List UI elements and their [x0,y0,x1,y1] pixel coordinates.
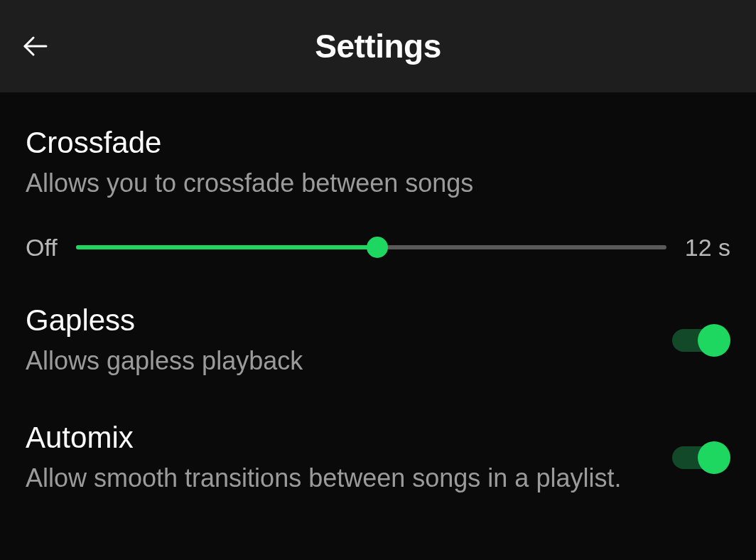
setting-gapless: Gapless Allows gapless playback [26,303,730,379]
gapless-description: Allows gapless playback [26,344,655,379]
header-bar: Settings [0,0,756,92]
page-title: Settings [0,27,756,65]
setting-automix: Automix Allow smooth transitions between… [26,420,730,496]
toggle-knob [698,441,730,474]
crossfade-slider-row: Off 12 s [26,234,730,262]
gapless-toggle[interactable] [672,324,730,357]
automix-toggle[interactable] [672,441,730,474]
crossfade-slider-thumb[interactable] [367,237,388,258]
toggle-knob [698,324,730,357]
automix-description: Allow smooth transitions between songs i… [26,461,655,496]
crossfade-description: Allows you to crossfade between songs [26,166,730,201]
setting-crossfade: Crossfade Allows you to crossfade betwee… [26,125,730,262]
crossfade-slider-fill [76,245,377,249]
arrow-left-icon [21,31,50,61]
gapless-title: Gapless [26,303,655,338]
crossfade-slider-max-label: 12 s [685,234,730,262]
crossfade-slider[interactable] [76,245,666,249]
automix-title: Automix [26,420,655,456]
back-button[interactable] [20,31,51,62]
settings-content: Crossfade Allows you to crossfade betwee… [0,92,756,496]
crossfade-title: Crossfade [26,125,730,161]
crossfade-slider-min-label: Off [26,234,58,262]
